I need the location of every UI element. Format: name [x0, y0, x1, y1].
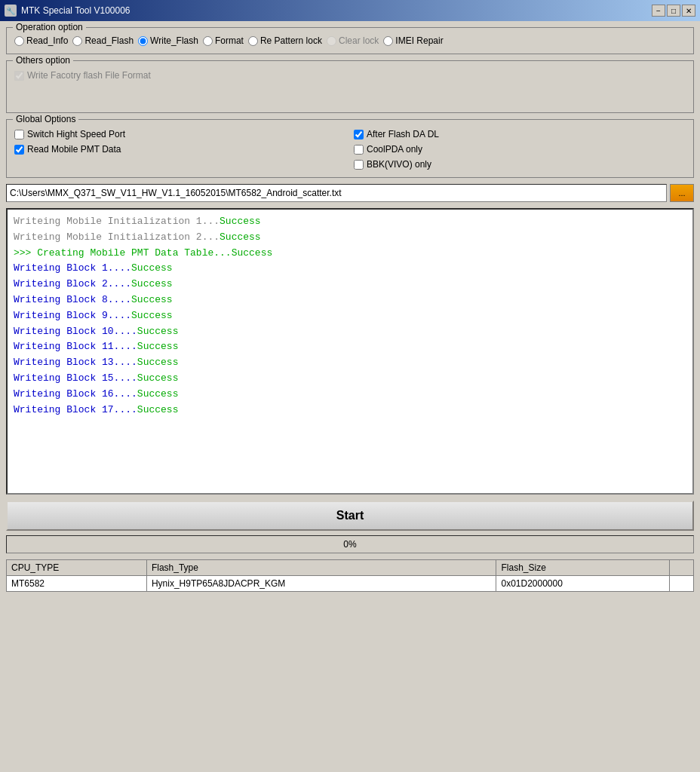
bbk-vivo-only-label: BBK(VIVO) only — [367, 159, 431, 170]
app-icon: 🔧 — [5, 5, 17, 17]
radio-write-flash[interactable]: Write_Flash — [138, 35, 198, 46]
switch-high-speed-label: Switch Hight Speed Port — [27, 129, 125, 139]
status-col-flash-size: Flash_Size — [496, 560, 670, 576]
radio-read-info[interactable]: Read_Info — [14, 35, 68, 46]
global-options-grid: Switch Hight Speed Port After Flash DA D… — [14, 126, 686, 170]
radio-format[interactable]: Format — [203, 35, 244, 46]
minimize-button[interactable]: − — [652, 5, 665, 17]
radio-write-flash-label: Write_Flash — [150, 35, 198, 46]
radio-re-pattern-lock-label: Re Pattern lock — [260, 35, 322, 46]
log-line: Writeing Block 16....Success — [14, 387, 686, 403]
log-line: Writeing Block 11....Success — [14, 339, 686, 355]
bbk-vivo-only-checkbox[interactable]: BBK(VIVO) only — [354, 159, 686, 170]
radio-clear-lock-label: Clear lock — [339, 35, 379, 46]
log-line: Writeing Mobile Initialization 2...Succe… — [14, 230, 686, 246]
read-mobile-pmt-checkbox[interactable]: Read Mobile PMT Data — [14, 144, 346, 155]
radio-imei-repair[interactable]: IMEI Repair — [383, 35, 443, 46]
log-line: Writeing Block 13....Success — [14, 355, 686, 371]
log-area: Writeing Mobile Initialization 1...Succe… — [6, 208, 694, 495]
after-flash-da-dl-label: After Flash DA DL — [367, 129, 439, 139]
status-header-row: CPU_TYPE Flash_Type Flash_Size — [7, 560, 694, 576]
close-button[interactable]: ✕ — [682, 5, 695, 17]
coolpda-only-checkbox[interactable]: CoolPDA only — [354, 144, 686, 155]
browse-button[interactable]: ... — [670, 184, 694, 202]
log-line: Writeing Block 1....Success — [14, 261, 686, 277]
status-flash-type: Hynix_H9TP65A8JDACPR_KGM — [146, 576, 496, 592]
log-line: Writeing Mobile Initialization 1...Succe… — [14, 214, 686, 230]
radio-read-flash-label: Read_Flash — [84, 35, 134, 46]
operation-options-row: Read_Info Read_Flash Write_Flash Format … — [14, 32, 686, 46]
progress-text: 0% — [343, 539, 356, 550]
log-line: Writeing Block 17....Success — [14, 403, 686, 418]
others-option-group: Others option Write Facotry flash File F… — [6, 60, 694, 113]
maximize-button[interactable]: □ — [667, 5, 680, 17]
status-col-extra — [670, 560, 694, 576]
log-line: Writeing Block 10....Success — [14, 324, 686, 340]
status-col-cpu-type: CPU_TYPE — [7, 560, 147, 576]
window-body: Operation option Read_Info Read_Flash Wr… — [0, 21, 700, 598]
title-bar-left: 🔧 MTK Special Tool V100006 — [5, 5, 130, 17]
status-table: CPU_TYPE Flash_Type Flash_Size MT6582 Hy… — [6, 559, 694, 592]
others-option-title: Others option — [13, 55, 73, 66]
start-button[interactable]: Start — [6, 501, 694, 531]
file-path-row: ... — [6, 184, 694, 202]
status-flash-size: 0x01D2000000 — [496, 576, 670, 592]
progress-bar-container: 0% — [6, 535, 694, 553]
operation-option-title: Operation option — [13, 22, 86, 32]
log-line: >>> Creating Mobile PMT Data Table...Suc… — [14, 246, 686, 262]
switch-high-speed-checkbox[interactable]: Switch Hight Speed Port — [14, 129, 346, 139]
radio-re-pattern-lock[interactable]: Re Pattern lock — [248, 35, 322, 46]
after-flash-da-dl-checkbox[interactable]: After Flash DA DL — [354, 129, 686, 139]
write-factory-label: Write Facotry flash File Format — [27, 70, 151, 81]
operation-option-group: Operation option Read_Info Read_Flash Wr… — [6, 27, 694, 54]
coolpda-only-label: CoolPDA only — [367, 144, 422, 155]
write-factory-checkbox: Write Facotry flash File Format — [14, 70, 686, 81]
log-line: Writeing Block 15....Success — [14, 371, 686, 387]
radio-clear-lock: Clear lock — [327, 35, 379, 46]
status-col-flash-type: Flash_Type — [146, 560, 496, 576]
log-line: Writeing Block 2....Success — [14, 277, 686, 293]
radio-format-label: Format — [215, 35, 244, 46]
window-title: MTK Special Tool V100006 — [21, 5, 130, 16]
status-cpu-type: MT6582 — [7, 576, 147, 592]
radio-read-info-label: Read_Info — [26, 35, 68, 46]
file-path-input[interactable] — [6, 184, 667, 202]
global-options-group: Global Options Switch Hight Speed Port A… — [6, 119, 694, 178]
start-btn-row: Start — [6, 501, 694, 531]
log-line: Writeing Block 9....Success — [14, 308, 686, 324]
radio-read-flash[interactable]: Read_Flash — [72, 35, 134, 46]
radio-imei-repair-label: IMEI Repair — [395, 35, 443, 46]
global-options-title: Global Options — [13, 114, 78, 124]
read-mobile-pmt-label: Read Mobile PMT Data — [27, 144, 121, 155]
status-extra — [670, 576, 694, 592]
title-bar-buttons[interactable]: − □ ✕ — [652, 5, 695, 17]
log-line: Writeing Block 8....Success — [14, 293, 686, 308]
title-bar: 🔧 MTK Special Tool V100006 − □ ✕ — [0, 0, 700, 21]
status-data-row: MT6582 Hynix_H9TP65A8JDACPR_KGM 0x01D200… — [7, 576, 694, 592]
